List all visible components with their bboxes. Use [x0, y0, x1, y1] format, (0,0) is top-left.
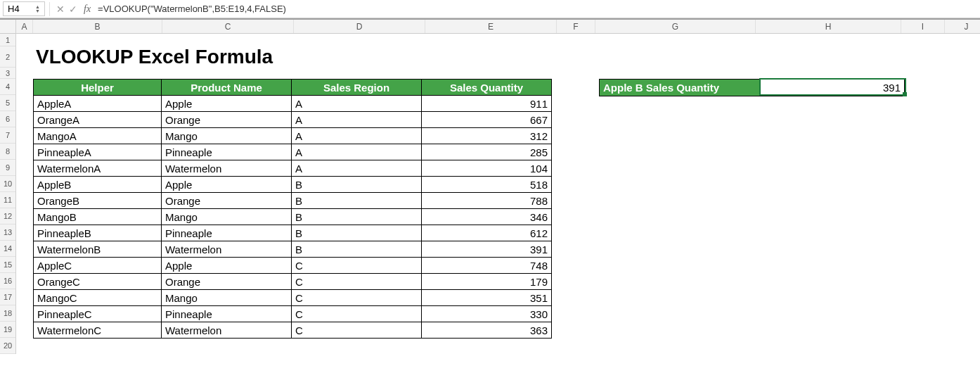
table-row[interactable]: MangoCMangoC351 — [34, 290, 552, 306]
table-cell[interactable]: C — [292, 290, 422, 306]
table-cell[interactable]: AppleB — [34, 177, 162, 193]
table-cell[interactable]: Watermelon — [162, 160, 292, 177]
table-row[interactable]: OrangeBOrangeB788 — [34, 193, 552, 209]
column-header[interactable]: E — [425, 20, 557, 33]
row-header[interactable]: 2 — [0, 46, 15, 68]
column-header[interactable]: H — [756, 20, 901, 33]
row-header[interactable]: 10 — [0, 176, 15, 192]
table-row[interactable]: OrangeAOrangeA667 — [34, 112, 552, 128]
sheet-content[interactable]: VLOOKUP Excel Formula HelperProduct Name… — [16, 34, 980, 68]
table-cell[interactable]: Apple — [162, 177, 292, 193]
table-cell[interactable]: B — [292, 177, 422, 193]
table-cell[interactable]: Apple — [162, 258, 292, 274]
table-cell[interactable]: Watermelon — [162, 322, 292, 339]
table-cell[interactable]: 748 — [422, 258, 552, 274]
table-cell[interactable]: A — [292, 112, 422, 128]
table-cell[interactable]: B — [292, 225, 422, 241]
row-header[interactable]: 16 — [0, 273, 15, 289]
table-row[interactable]: WatermelonCWatermelonC363 — [34, 322, 552, 339]
row-header[interactable]: 1 — [0, 34, 15, 46]
table-cell[interactable]: A — [292, 96, 422, 112]
table-cell[interactable]: 667 — [422, 112, 552, 128]
table-cell[interactable]: 104 — [422, 160, 552, 177]
table-cell[interactable]: OrangeC — [34, 274, 162, 290]
column-header[interactable]: D — [294, 20, 425, 33]
table-cell[interactable]: 518 — [422, 177, 552, 193]
table-cell[interactable]: 312 — [422, 128, 552, 144]
table-cell[interactable]: 346 — [422, 209, 552, 225]
table-cell[interactable]: Mango — [162, 209, 292, 225]
table-cell[interactable]: B — [292, 193, 422, 209]
row-header[interactable]: 19 — [0, 322, 15, 338]
table-cell[interactable]: Apple — [162, 96, 292, 112]
table-cell[interactable]: 330 — [422, 306, 552, 322]
column-header[interactable]: J — [945, 20, 980, 33]
row-header[interactable]: 5 — [0, 95, 15, 111]
row-header[interactable]: 6 — [0, 111, 15, 127]
table-cell[interactable]: Orange — [162, 193, 292, 209]
table-cell[interactable]: Orange — [162, 274, 292, 290]
table-row[interactable]: AppleCAppleC748 — [34, 258, 552, 274]
table-cell[interactable]: Pinneaple — [162, 306, 292, 322]
table-cell[interactable]: PinneapleC — [34, 306, 162, 322]
row-header[interactable]: 12 — [0, 208, 15, 225]
table-cell[interactable]: C — [292, 258, 422, 274]
table-cell[interactable]: Pinneaple — [162, 225, 292, 241]
row-header[interactable]: 3 — [0, 68, 15, 79]
table-cell[interactable]: WatermelonC — [34, 322, 162, 339]
row-header[interactable]: 13 — [0, 225, 15, 241]
table-cell[interactable]: 911 — [422, 96, 552, 112]
accept-icon[interactable]: ✓ — [67, 4, 79, 15]
table-cell[interactable]: A — [292, 160, 422, 177]
table-cell[interactable]: Watermelon — [162, 241, 292, 258]
table-cell[interactable]: PinneapleB — [34, 225, 162, 241]
column-header[interactable]: C — [162, 20, 294, 33]
table-row[interactable]: PinneapleBPinneapleB612 — [34, 225, 552, 241]
cancel-icon[interactable]: ✕ — [54, 4, 67, 15]
table-cell[interactable]: 391 — [422, 241, 552, 258]
table-cell[interactable]: 363 — [422, 322, 552, 339]
table-cell[interactable]: 285 — [422, 144, 552, 160]
table-cell[interactable]: WatermelonA — [34, 160, 162, 177]
row-header[interactable]: 7 — [0, 127, 15, 144]
name-box-spinner[interactable]: ▲▼ — [35, 5, 40, 13]
row-header[interactable]: 20 — [0, 338, 15, 354]
table-cell[interactable]: WatermelonB — [34, 241, 162, 258]
row-header[interactable]: 8 — [0, 144, 15, 160]
table-cell[interactable]: MangoA — [34, 128, 162, 144]
table-cell[interactable]: AppleA — [34, 96, 162, 112]
lookup-value[interactable]: 391 — [760, 80, 904, 96]
table-row[interactable]: WatermelonAWatermelonA104 — [34, 160, 552, 177]
table-row[interactable]: OrangeCOrangeC179 — [34, 274, 552, 290]
formula-input[interactable]: =VLOOKUP("WatermelonB",B5:E19,4,FALSE) — [95, 2, 980, 15]
table-row[interactable]: AppleAAppleA911 — [34, 96, 552, 112]
name-box[interactable]: H4 ▲▼ — [3, 1, 45, 16]
table-cell[interactable]: B — [292, 209, 422, 225]
row-header[interactable]: 9 — [0, 160, 15, 176]
table-cell[interactable]: 351 — [422, 290, 552, 306]
table-row[interactable]: WatermelonBWatermelonB391 — [34, 241, 552, 258]
table-cell[interactable]: Mango — [162, 128, 292, 144]
row-header[interactable]: 11 — [0, 192, 15, 208]
table-cell[interactable]: AppleC — [34, 258, 162, 274]
table-cell[interactable]: A — [292, 128, 422, 144]
row-header[interactable]: 14 — [0, 241, 15, 257]
table-cell[interactable]: A — [292, 144, 422, 160]
table-cell[interactable]: MangoC — [34, 290, 162, 306]
table-cell[interactable]: Mango — [162, 290, 292, 306]
table-cell[interactable]: C — [292, 306, 422, 322]
column-header[interactable]: B — [33, 20, 162, 33]
table-row[interactable]: MangoBMangoB346 — [34, 209, 552, 225]
table-row[interactable]: PinneapleAPinneapleA285 — [34, 144, 552, 160]
table-cell[interactable]: B — [292, 241, 422, 258]
table-cell[interactable]: C — [292, 322, 422, 339]
column-header[interactable]: A — [16, 20, 33, 33]
table-row[interactable]: PinneapleCPinneapleC330 — [34, 306, 552, 322]
column-header[interactable]: G — [595, 20, 756, 33]
table-cell[interactable]: OrangeB — [34, 193, 162, 209]
row-header[interactable]: 17 — [0, 289, 15, 305]
select-all-corner[interactable] — [0, 20, 15, 34]
table-cell[interactable]: PinneapleA — [34, 144, 162, 160]
row-header[interactable]: 4 — [0, 79, 15, 95]
table-cell[interactable]: OrangeA — [34, 112, 162, 128]
